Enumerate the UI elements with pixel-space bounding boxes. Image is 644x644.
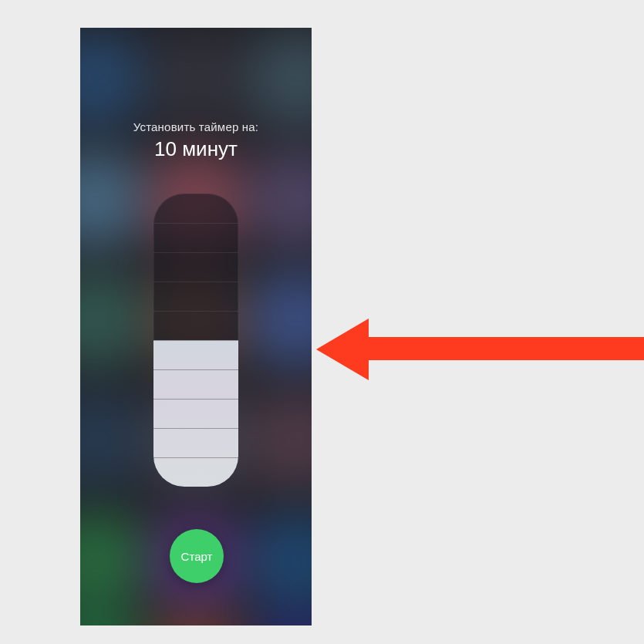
slider-tick xyxy=(153,223,238,224)
phone-screenshot: Установить таймер на: 10 минут Старт xyxy=(80,28,312,625)
arrow-head-icon xyxy=(316,319,369,380)
slider-tick xyxy=(153,428,238,429)
arrow-shaft xyxy=(362,337,644,360)
slider-tick xyxy=(153,340,238,341)
slider-tick xyxy=(153,311,238,312)
timer-value-label: 10 минут xyxy=(80,137,312,161)
slider-tick xyxy=(153,282,238,282)
timer-prompt-label: Установить таймер на: xyxy=(80,120,312,133)
start-button[interactable]: Старт xyxy=(170,529,224,583)
slider-tick xyxy=(153,399,238,400)
slider-tick xyxy=(153,369,238,370)
slider-fill xyxy=(153,340,238,487)
slider-tick xyxy=(153,252,238,253)
timer-duration-slider[interactable] xyxy=(153,194,238,487)
slider-tick xyxy=(153,457,238,458)
start-button-label: Старт xyxy=(181,550,213,563)
